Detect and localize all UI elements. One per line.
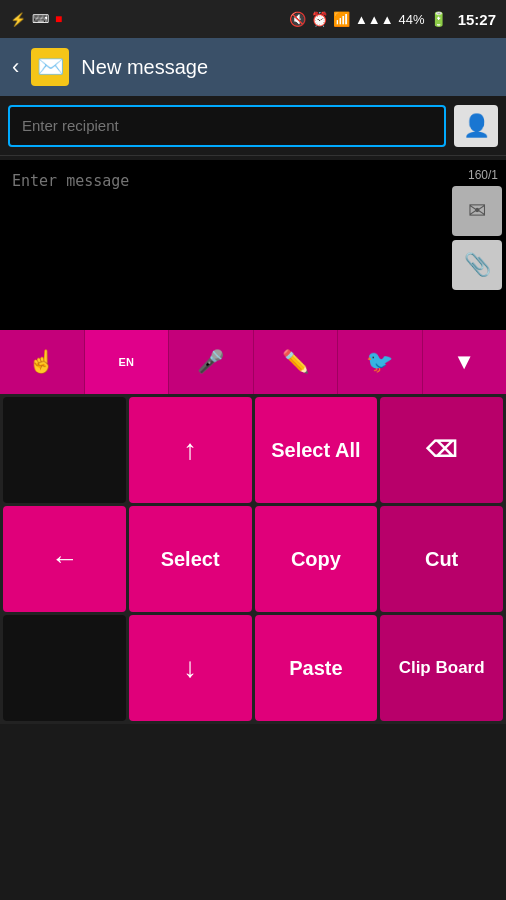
empty-key-r3c1 (3, 615, 126, 721)
email-icon: ✉️ (37, 54, 64, 80)
keyboard-toolbar: ☝ EN 🎤 ✏️ 🐦 ▼ (0, 330, 506, 394)
copy-label: Copy (291, 548, 341, 571)
clipboard-key[interactable]: Clip Board (380, 615, 503, 721)
microphone-button[interactable]: 🎤 (169, 330, 254, 394)
mute-icon: 🔇 (289, 11, 306, 27)
select-key[interactable]: Select (129, 506, 252, 612)
collapse-keyboard-button[interactable]: ▼ (423, 330, 507, 394)
keyboard-grid: ↑ Select All ⌫ ← Select Copy Cut ↓ Paste… (0, 394, 506, 724)
keyboard-icon: ⌨ (32, 12, 49, 26)
recipient-input[interactable] (8, 105, 446, 147)
status-icons-right: 🔇 ⏰ 📶 ▲▲▲ 44% 🔋 15:27 (289, 11, 496, 28)
select-label: Select (161, 548, 220, 571)
attach-button[interactable]: 📎 (452, 240, 502, 290)
char-count: 160/1 (446, 164, 502, 182)
backspace-key[interactable]: ⌫ (380, 397, 503, 503)
backspace-icon: ⌫ (426, 437, 457, 463)
arrow-up-key[interactable]: ↑ (129, 397, 252, 503)
status-icons-left: ⚡ ⌨ ■ (10, 12, 62, 27)
twitter-button[interactable]: 🐦 (338, 330, 423, 394)
wifi-icon: 📶 (333, 11, 350, 27)
arrow-down-key[interactable]: ↓ (129, 615, 252, 721)
battery-icon: 🔋 (430, 11, 447, 27)
send-icon: ✉ (468, 198, 486, 224)
message-side-buttons: 160/1 ✉ 📎 (446, 160, 506, 330)
page-title: New message (81, 56, 208, 79)
app-icon-email: ✉️ (31, 48, 69, 86)
arrow-right-key[interactable]: Copy (255, 506, 378, 612)
language-label: EN (119, 356, 134, 368)
pencil-button[interactable]: ✏️ (254, 330, 339, 394)
language-button[interactable]: EN (85, 330, 170, 394)
microphone-icon: 🎤 (197, 349, 224, 375)
down-arrow-icon: ↓ (183, 652, 197, 684)
clipboard-label: Clip Board (399, 658, 485, 678)
select-all-key[interactable]: Select All (255, 397, 378, 503)
send-button[interactable]: ✉ (452, 186, 502, 236)
paperclip-icon: 📎 (464, 252, 491, 278)
time-display: 15:27 (458, 11, 496, 28)
empty-key-r1c1 (3, 397, 126, 503)
pencil-icon: ✏️ (282, 349, 309, 375)
left-arrow-icon: ← (50, 543, 78, 575)
message-area: 160/1 ✉ 📎 (0, 160, 506, 330)
cut-label: Cut (425, 548, 458, 571)
select-all-label: Select All (271, 439, 360, 462)
alarm-icon: ⏰ (311, 11, 328, 27)
usb-icon: ⚡ (10, 12, 26, 27)
gesture-button[interactable]: ☝ (0, 330, 85, 394)
cut-key[interactable]: Cut (380, 506, 503, 612)
up-arrow-icon: ↑ (183, 434, 197, 466)
battery-label: 44% (399, 12, 425, 27)
app-icon: ■ (55, 12, 62, 26)
status-bar: ⚡ ⌨ ■ 🔇 ⏰ 📶 ▲▲▲ 44% 🔋 15:27 (0, 0, 506, 38)
paste-label: Paste (289, 657, 342, 680)
paste-key[interactable]: Paste (255, 615, 378, 721)
signal-icon: ▲▲▲ (355, 12, 394, 27)
gesture-icon: ☝ (28, 349, 55, 375)
back-button[interactable]: ‹ (12, 54, 19, 80)
app-header: ‹ ✉️ New message (0, 38, 506, 96)
recipient-area: 👤 (0, 96, 506, 156)
contact-icon: 👤 (463, 113, 490, 139)
contact-picker-button[interactable]: 👤 (454, 105, 498, 147)
chevron-down-icon: ▼ (453, 349, 475, 375)
twitter-icon: 🐦 (366, 349, 393, 375)
arrow-left-key[interactable]: ← (3, 506, 126, 612)
message-input[interactable] (0, 160, 446, 330)
